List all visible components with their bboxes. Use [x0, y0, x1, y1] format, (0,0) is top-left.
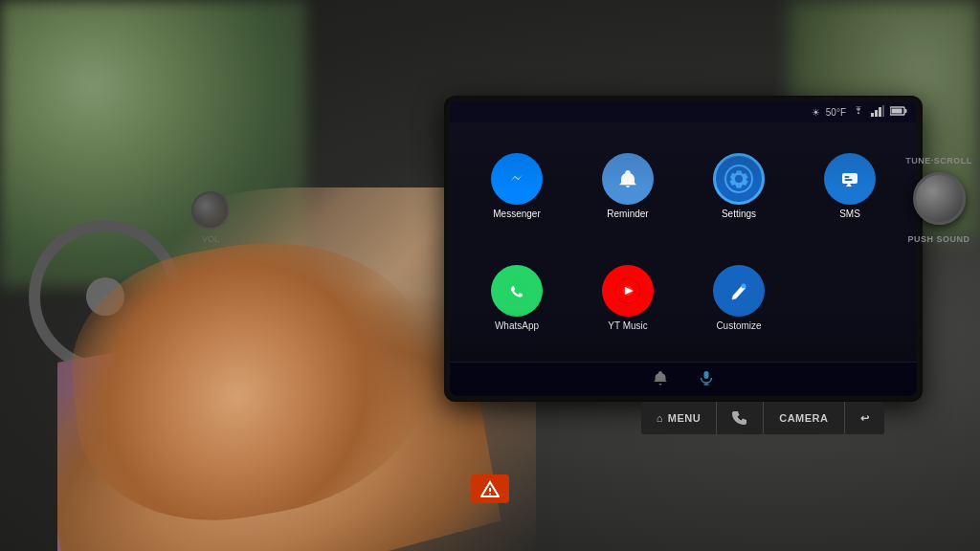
screen-bezel: ☀ 50°F — [444, 96, 923, 402]
infotainment-screen[interactable]: ☀ 50°F — [450, 101, 917, 396]
camera-button[interactable]: CAMERA — [764, 402, 844, 434]
temperature: 50°F — [826, 107, 846, 118]
svg-point-22 — [742, 284, 746, 289]
svg-rect-15 — [845, 179, 853, 181]
reminder-label: Reminder — [607, 209, 648, 219]
app-whatsapp[interactable]: WhatsApp — [465, 246, 568, 350]
svg-rect-1 — [875, 110, 878, 117]
app-settings[interactable]: Settings — [687, 134, 791, 238]
svg-rect-0 — [871, 113, 874, 117]
app-grid: Messenger Reminder — [450, 122, 917, 362]
svg-rect-23 — [704, 371, 709, 379]
svg-point-28 — [489, 494, 491, 496]
wifi-icon — [852, 106, 865, 118]
svg-rect-14 — [845, 176, 850, 178]
back-button[interactable]: ↩ — [845, 402, 885, 434]
camera-label: CAMERA — [779, 412, 828, 424]
hand-shape — [57, 187, 501, 551]
customize-label: Customize — [716, 320, 761, 331]
svg-point-11 — [735, 175, 743, 183]
push-sound-label: PUSH SOUND — [905, 234, 972, 244]
dock-bell-icon[interactable] — [652, 369, 669, 390]
weather-icon: ☀ — [812, 107, 820, 118]
phone-button[interactable] — [717, 402, 764, 434]
whatsapp-label: WhatsApp — [495, 320, 539, 331]
signal-bars — [871, 105, 884, 119]
app-reminder[interactable]: Reminder — [576, 134, 679, 238]
settings-label: Settings — [722, 209, 756, 219]
app-messenger[interactable]: Messenger — [465, 134, 568, 238]
menu-button[interactable]: ⌂ MENU — [641, 402, 718, 434]
messenger-icon — [491, 153, 543, 205]
svg-rect-6 — [892, 109, 902, 114]
app-sms[interactable]: SMS — [798, 134, 902, 238]
ytmusic-icon — [602, 265, 654, 317]
phone-icon — [732, 409, 747, 427]
svg-rect-2 — [879, 107, 881, 117]
svg-rect-5 — [905, 109, 907, 113]
hazard-button[interactable] — [471, 474, 509, 503]
hardware-buttons: ⌂ MENU CAMERA ↩ — [641, 402, 884, 434]
customize-icon — [713, 265, 765, 317]
app-ytmusic[interactable]: YT Music — [576, 246, 679, 350]
messenger-label: Messenger — [493, 209, 540, 219]
svg-rect-3 — [882, 105, 884, 117]
settings-icon — [713, 153, 765, 205]
tune-scroll-knob[interactable] — [913, 172, 966, 225]
sms-label: SMS — [839, 209, 860, 219]
menu-home-icon: ⌂ — [657, 412, 663, 424]
status-bar: ☀ 50°F — [450, 101, 917, 122]
dock-mic-icon[interactable] — [698, 369, 715, 390]
battery-icon — [890, 106, 907, 118]
back-icon: ↩ — [860, 412, 870, 425]
bottom-dock — [450, 362, 917, 396]
ytmusic-label: YT Music — [608, 320, 648, 331]
whatsapp-icon — [491, 265, 543, 317]
app-customize[interactable]: Customize — [687, 246, 791, 350]
svg-rect-13 — [842, 173, 858, 184]
tune-label: TUNE·SCROLL — [905, 156, 972, 165]
reminder-icon — [602, 153, 654, 205]
sms-icon — [824, 153, 876, 205]
